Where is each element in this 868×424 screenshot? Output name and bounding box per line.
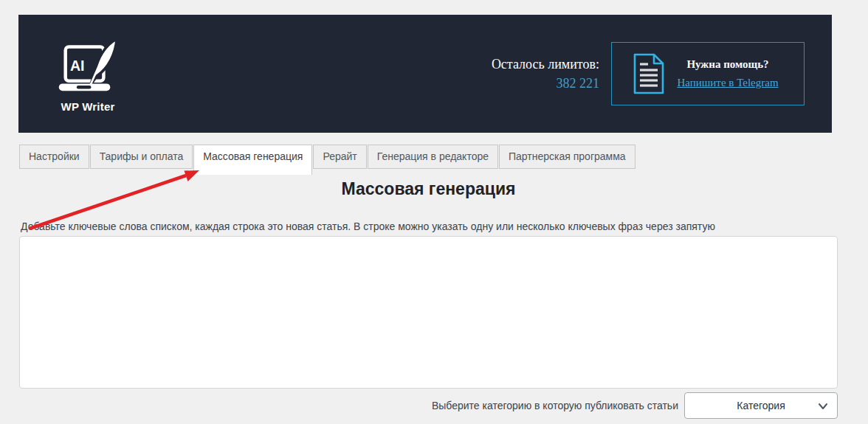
telegram-link[interactable]: Напишите в Telegram — [677, 77, 778, 88]
tab-rewrite[interactable]: Рерайт — [313, 145, 366, 169]
category-select[interactable]: Категория — [684, 392, 838, 419]
limits-value: 382 221 — [492, 74, 599, 93]
page-title: Массовая генерация — [19, 179, 838, 199]
help-texts: Нужна помощь? Напишите в Telegram — [665, 58, 790, 89]
wp-writer-logo-icon: AI — [54, 38, 122, 98]
limits-label: Осталось лимитов: — [492, 55, 599, 74]
help-box: Нужна помощь? Напишите в Telegram — [611, 42, 805, 105]
category-select-value: Категория — [737, 400, 785, 411]
help-title: Нужна помощь? — [665, 58, 790, 71]
brand: AI WP Writer — [54, 38, 122, 113]
tab-editor-generation[interactable]: Генерация в редакторе — [368, 145, 498, 169]
document-icon — [633, 53, 665, 94]
tab-settings[interactable]: Настройки — [19, 145, 89, 169]
category-row: Выберите категорию в которую публиковать… — [19, 392, 838, 419]
category-label: Выберите категорию в которую публиковать… — [432, 400, 678, 411]
header-right: Осталось лимитов: 382 221 Нужна помощь? … — [492, 42, 805, 105]
keywords-textarea[interactable] — [19, 236, 838, 389]
header: AI WP Writer Осталось лимитов: 382 221 — [18, 15, 832, 133]
keywords-instruction: Добавьте ключевые слова списком, каждая … — [21, 220, 715, 232]
tab-bar: Настройки Тарифы и оплата Массовая генер… — [19, 145, 636, 175]
svg-text:AI: AI — [70, 58, 85, 74]
brand-name: WP Writer — [61, 100, 115, 113]
tab-affiliate-program[interactable]: Партнерская программа — [499, 145, 636, 169]
tab-tariffs-payment[interactable]: Тарифы и оплата — [90, 145, 193, 169]
tab-mass-generation[interactable]: Массовая генерация — [193, 145, 312, 175]
chevron-down-icon — [817, 400, 829, 412]
limits-remaining: Осталось лимитов: 382 221 — [492, 55, 599, 93]
